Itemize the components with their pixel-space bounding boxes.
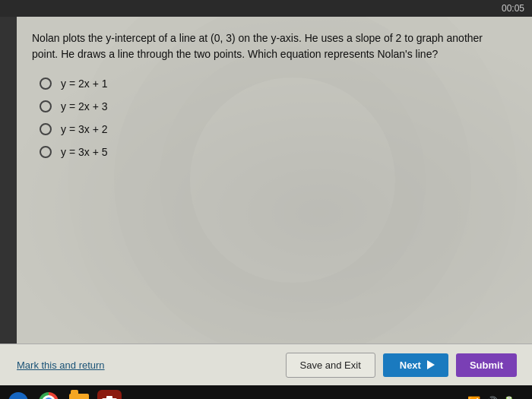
taskbar-folder-button[interactable] bbox=[67, 390, 91, 400]
next-button[interactable]: Next bbox=[383, 353, 448, 377]
next-button-label: Next bbox=[400, 359, 421, 371]
submit-button[interactable]: Submit bbox=[456, 353, 517, 377]
question-text: Nolan plots the y-intercept of a line at… bbox=[32, 30, 503, 62]
top-bar-time: 00:05 bbox=[502, 3, 524, 14]
taskbar: e 📶 🔊 🔋 – bbox=[0, 385, 532, 399]
svg-rect-2 bbox=[106, 396, 112, 399]
battery-icon: 🔋 bbox=[502, 396, 515, 400]
chrome-icon bbox=[39, 392, 59, 400]
action-buttons-group: Save and Exit Next Submit bbox=[286, 353, 517, 378]
folder-icon bbox=[69, 394, 89, 400]
option-item-4[interactable]: y = 3x + 5 bbox=[40, 146, 517, 158]
action-bar: Mark this and return Save and Exit Next … bbox=[0, 344, 532, 385]
option-item-3[interactable]: y = 3x + 2 bbox=[40, 123, 517, 135]
question-area: Nolan plots the y-intercept of a line at… bbox=[17, 17, 532, 344]
radio-option-1[interactable] bbox=[40, 78, 52, 90]
option-label-3: y = 3x + 2 bbox=[61, 123, 107, 135]
save-exit-button[interactable]: Save and Exit bbox=[286, 353, 375, 378]
option-label-2: y = 2x + 3 bbox=[61, 100, 107, 112]
sound-icon: 🔊 bbox=[485, 396, 498, 400]
radio-option-2[interactable] bbox=[40, 100, 52, 112]
option-item-1[interactable]: y = 2x + 1 bbox=[40, 78, 517, 90]
option-label-4: y = 3x + 5 bbox=[61, 146, 107, 158]
network-icon: 📶 bbox=[467, 396, 480, 400]
taskbar-camera-button[interactable] bbox=[97, 390, 122, 400]
left-stripe bbox=[0, 17, 17, 344]
mark-return-button[interactable]: Mark this and return bbox=[17, 359, 105, 371]
answer-options: y = 2x + 1 y = 2x + 3 y = 3x + 2 y = 3x … bbox=[40, 78, 517, 158]
radio-option-3[interactable] bbox=[40, 123, 52, 135]
ie-icon: e bbox=[8, 392, 28, 400]
main-content-area: Nolan plots the y-intercept of a line at… bbox=[0, 17, 532, 344]
taskbar-chrome-button[interactable] bbox=[36, 390, 61, 400]
taskbar-ie-button[interactable]: e bbox=[6, 390, 30, 400]
option-label-1: y = 2x + 1 bbox=[61, 78, 107, 90]
system-tray: 📶 🔊 🔋 – bbox=[467, 396, 526, 400]
option-item-2[interactable]: y = 2x + 3 bbox=[40, 100, 517, 112]
radio-option-4[interactable] bbox=[40, 146, 52, 158]
top-bar: 00:05 bbox=[0, 0, 532, 17]
minimize-icon[interactable]: – bbox=[520, 396, 526, 400]
camera-icon bbox=[101, 395, 118, 400]
